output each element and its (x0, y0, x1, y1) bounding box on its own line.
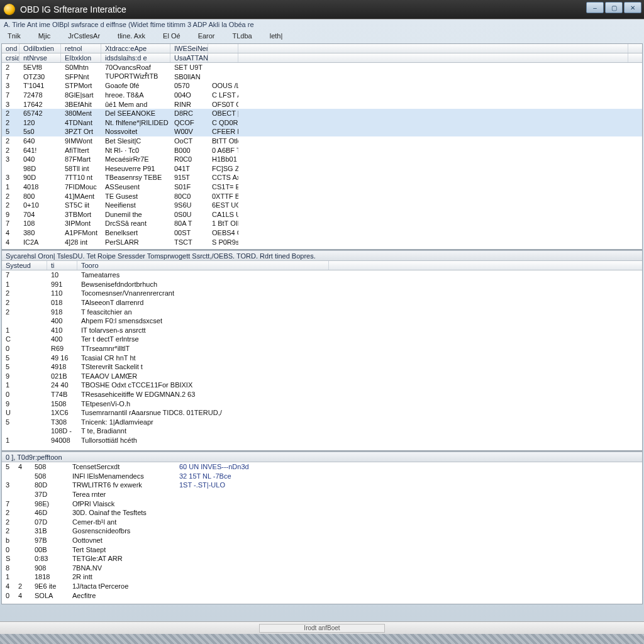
maximize-button[interactable]: ▢ (605, 2, 623, 13)
column-header[interactable]: UsaATTANN (170, 53, 208, 62)
table-row[interactable]: 124 40TBOSHE Odxt cTCCE11For BBIXIX (2, 380, 642, 390)
table-row[interactable]: 7724788GlE|sarthreoe. T8&A004OC LFST AUP… (2, 91, 642, 100)
menu-item[interactable]: Mjic (36, 32, 53, 42)
table-row[interactable]: b97BOottovnet (2, 536, 642, 545)
column-header[interactable] (238, 53, 628, 62)
window-controls: – ▢ ✕ (586, 2, 641, 13)
table-row[interactable]: 380DTRWLITRT6 fv exwerk1ST -.ST|-ULO (2, 480, 642, 490)
table-row[interactable]: 54508TcensetSercxdt60 UN INVES---nDn3d (2, 462, 642, 472)
top-pane: ondOdilbxtienretnolXtdracc:eApeIWESeiNen… (1, 43, 643, 250)
menu-item[interactable]: leth| (267, 32, 286, 42)
menu-item[interactable]: Tnik (5, 32, 23, 42)
bottom-pane: 0 ], T0d9r:pefftoon 54508TcensetSercxdt6… (1, 451, 643, 604)
table-row[interactable]: 5T308Tnicenk: 1|Adlamvieapr (2, 418, 642, 427)
bottom-label[interactable]: 0 ], T0d9r:pefftoon (2, 452, 642, 462)
top-rows[interactable]: 25EVf8S0Mhtn70OvancsRoafSET U9T7OTZ30SFP… (2, 63, 642, 247)
menu-item[interactable]: JrCstlesAr (65, 32, 103, 42)
table-row[interactable]: 246D30D. Oainaf the Tesftets (2, 508, 642, 518)
column-header[interactable]: idsdslaihs:d e (101, 53, 170, 62)
column-header[interactable] (208, 44, 238, 53)
table-row[interactable]: 798E)OfPRl Vlaisck (2, 499, 642, 508)
table-row[interactable]: 1991Bewsenisefdndortbrhuch (2, 280, 642, 289)
middle-tabs[interactable]: Sycarehsl Oron| TslesDU. Tet Roipe Sress… (2, 250, 642, 261)
table-row[interactable]: 21204TDNantNt. fhlfene*|RILIDEDQCOFC QD0… (2, 118, 642, 128)
table-row[interactable]: 710Tameatarres (2, 270, 642, 280)
column-header[interactable] (208, 53, 238, 62)
table-row[interactable]: 98D58Tll intHeseuverre P91041TFC]SG Zc,C… (2, 164, 642, 174)
table-row[interactable]: S0:83TETGle:AT ARR (2, 554, 642, 564)
app-icon (4, 4, 15, 15)
table-row[interactable]: 7OTZ30SFPNntTUPORTWizf̂tTBSB0IlAN (2, 72, 642, 82)
table-row[interactable]: 26409IMWontBet Slesit|COoCTBtTT OtldSTST… (2, 136, 642, 146)
column-header[interactable] (238, 44, 628, 53)
middle-header[interactable]: SysteudtiTooro (2, 261, 642, 270)
toolbar-hint: A. Tirle Ant ime OlBpl swfsrace d eiffns… (0, 19, 644, 31)
table-row[interactable]: U1XC6Tusemrarnantil rAaarsnue TIDC8. 01T… (2, 408, 642, 418)
table-row[interactable]: 118182R intt (2, 572, 642, 582)
middle-rows[interactable]: 710Tameatarres1991Bewsenisefdndortbrhuch… (2, 270, 642, 445)
table-row[interactable]: 000BTert Staept (2, 545, 642, 554)
table-row[interactable]: 04SOLAAecfitre (2, 591, 642, 600)
table-row[interactable]: 54918TSterevrilt Sackelit t (2, 362, 642, 372)
column-header[interactable]: Xtdracc:eApe (101, 44, 170, 53)
menu-item[interactable]: TLdba (230, 32, 255, 42)
table-row[interactable]: 390D7TT10 ntTBeasenrsy TEBE915TCCTS Ax&A… (2, 173, 642, 182)
table-row[interactable]: 549 16Tcasial CR hnT ht (2, 353, 642, 362)
status-bar: Irodt anfBoet (0, 621, 644, 634)
table-row[interactable]: 71083IPMontDrcSSâ reant80A T1 BtT OIBGrA… (2, 219, 642, 228)
column-header[interactable]: ond (2, 44, 19, 53)
table-row[interactable]: 140187FIDMoucASSeusentS01FCS1T= EXTtFTTi… (2, 182, 642, 192)
table-row[interactable]: 3T'1041STPMortGoaofe 0fé0570OOUS /LD A+ … (2, 81, 642, 91)
column-header[interactable]: EIbxklon (61, 53, 101, 62)
column-header[interactable]: ntNrvse (19, 53, 61, 62)
table-row[interactable]: 304087FMartMecaésirRr7ER0C0H1Bb01 CAOH H… (2, 155, 642, 164)
table-row[interactable]: 4IC2A4]28 intPerSLARRTSCTS P0R9sdi_or. A… (2, 237, 642, 247)
window-titlebar: OBD IG Srfterare Interatice (0, 0, 644, 19)
top-header-row-2[interactable]: crsiaentNrvseEIbxklonidsdslaihs:d eUsaAT… (2, 53, 642, 63)
column-header[interactable]: ti (47, 261, 77, 270)
column-header[interactable]: retnol (61, 44, 101, 53)
menu-item[interactable]: tline. Axk (115, 32, 148, 42)
table-row[interactable]: 2110Tocomesnser/Vnanrenrercrant (2, 289, 642, 298)
table-row[interactable]: 20+10ST5C iitNeeifienst9S6U6EST UGE 2DTS… (2, 201, 642, 210)
table-row[interactable]: 429E6 ite1J/tacta tPerceroe (2, 582, 642, 591)
taskbar-strip (0, 634, 644, 644)
table-row[interactable]: C400Ter t dectT erlntrse (2, 335, 642, 344)
table-row[interactable]: 0R69TTrseamnr*illtlT (2, 344, 642, 353)
table-row[interactable]: 265742380MentDel SEEANOKED8RCOBECT |PANi… (2, 109, 642, 118)
table-row[interactable]: 25EVf8S0Mhtn70OvancsRoafSET U9T (2, 63, 642, 72)
column-header[interactable]: IWESeiNen (170, 44, 208, 53)
close-button[interactable]: ✕ (624, 2, 641, 13)
table-row[interactable]: 231BGosrenscnideofbrs (2, 526, 642, 536)
table-row[interactable]: 3176423BEfAhitûé1 Mem andRINROFS0T ORTIN… (2, 99, 642, 109)
table-row[interactable]: 207DCemer-tb¹l ant (2, 518, 642, 527)
table-row[interactable]: 97043TBMortDunemil the0S0UCA1LS UGETESTs… (2, 210, 642, 219)
table-row[interactable]: 4380A1PFMontBenelksert00STOEBS4 CPascR. … (2, 228, 642, 238)
table-row[interactable]: 9021BTEAAOV LAMŒR (2, 372, 642, 381)
column-header[interactable]: Systeud (2, 261, 47, 270)
table-row[interactable]: 508INFl IElsMenamendecs32 15T NL -7Bce (2, 472, 642, 481)
middle-pane: Sycarehsl Oron| TslesDU. Tet Roipe Sress… (1, 250, 643, 451)
minimize-button[interactable]: – (586, 2, 604, 13)
table-row[interactable]: 91508TEtpesenVi-O.h (2, 399, 642, 408)
top-header-row-1[interactable]: ondOdilbxtienretnolXtdracc:eApeIWESeiNen (2, 44, 642, 53)
column-header[interactable]: Tooro (77, 261, 329, 270)
table-row[interactable]: 0T74BTResasehiceitiffe W EDGMNAN.2 63 (2, 390, 642, 399)
table-row[interactable]: 2641!AfiTItertNt Rl- · Tc0B0000 A6BF TTN… (2, 145, 642, 155)
table-row[interactable]: 37DTerea rnter (2, 490, 642, 499)
bottom-rows[interactable]: 54508TcensetSercxdt60 UN INVES---nDn3d50… (2, 462, 642, 600)
table-row[interactable]: 89087BNA.NV (2, 564, 642, 573)
menu-item[interactable]: El Oé (160, 32, 183, 42)
table-row[interactable]: 280041]MAentTE Gusest80C00XTTF BRTSPSt F… (2, 191, 642, 201)
column-header[interactable]: Odilbxtien (19, 44, 61, 53)
column-header[interactable]: crsiae (2, 53, 19, 62)
table-row[interactable]: 194008Tullorsottiätl hcéth (2, 436, 642, 445)
menu-item[interactable]: Earor (196, 32, 218, 42)
menu-bar: TnikMjicJrCstlesArtline. AxkEl OéEarorTL… (0, 31, 644, 43)
table-row[interactable]: 400Ahpem F0:l smensdsxcset (2, 316, 642, 326)
table-row[interactable]: 2918T feascitchier an (2, 307, 642, 316)
table-row[interactable]: 108D -T te, Bradiannt (2, 426, 642, 436)
table-row[interactable]: 55s03PZT OrtNossvoitetW00VCFEER LOk 5QR4… (2, 127, 642, 136)
table-row[interactable]: 1410IT tolarvsen-s ansrctt (2, 326, 642, 335)
table-row[interactable]: 2018TAlseeonT dlarrenrd (2, 298, 642, 308)
